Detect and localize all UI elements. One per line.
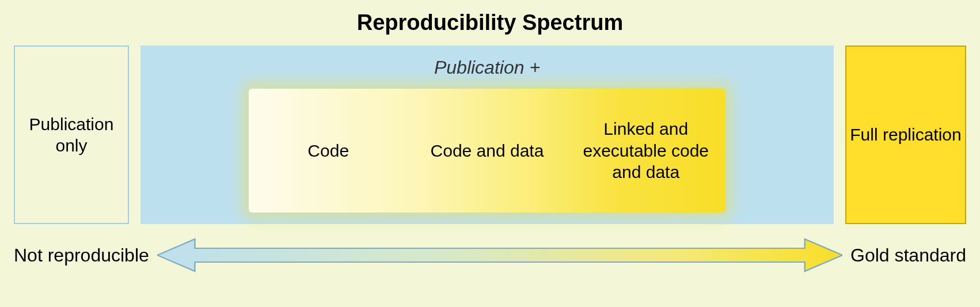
diagram-title: Reproducibility Spectrum <box>0 0 980 35</box>
spectrum-stage-linked-executable: Linked and executable code and data <box>567 118 725 183</box>
publication-plus-panel: Publication + Code Code and data Linked … <box>140 46 834 224</box>
not-reproducible-label: Not reproducible <box>14 245 149 266</box>
gold-standard-label: Gold standard <box>850 245 966 266</box>
spectrum-stage-code: Code <box>249 140 408 162</box>
spectrum-row: Publication only Publication + Code Code… <box>0 35 980 224</box>
spectrum-stage-code-and-data: Code and data <box>408 140 567 162</box>
axis-row: Not reproducible Gold standard <box>0 224 980 272</box>
publication-only-panel: Publication only <box>14 46 129 224</box>
publication-only-text: Publication only <box>15 113 128 157</box>
gradient-bar: Code Code and data Linked and executable… <box>249 89 725 213</box>
double-arrow-icon <box>157 238 842 272</box>
svg-marker-0 <box>157 239 842 271</box>
publication-plus-header: Publication + <box>434 57 540 78</box>
full-replication-text: Full replication <box>850 124 961 146</box>
spectrum-arrow <box>157 238 842 272</box>
full-replication-panel: Full replication <box>845 46 966 224</box>
